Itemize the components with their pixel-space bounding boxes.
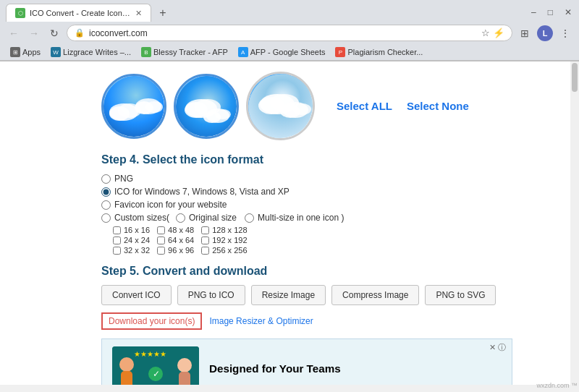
size-checkboxes: 16 x 16 24 x 24 32 x 32 xyxy=(113,226,512,255)
format-custom-label: Custom sizes( xyxy=(114,213,169,223)
maximize-button[interactable]: □ xyxy=(545,7,556,17)
size-col-1: 16 x 16 24 x 24 32 x 32 xyxy=(113,226,150,255)
left-space xyxy=(0,61,43,385)
size-256[interactable]: 256 x 256 xyxy=(201,246,247,255)
bookmark-blessy-label: Blessy Tracker - AFP xyxy=(153,48,228,56)
page-content: Select ALL Select None Step 4. Select th… xyxy=(87,61,527,385)
scrollbar-thumb[interactable] xyxy=(572,63,578,92)
format-png[interactable]: PNG xyxy=(101,174,512,184)
size-32[interactable]: 32 x 32 xyxy=(113,246,150,255)
svg-text:✓: ✓ xyxy=(153,369,160,379)
browser-actions: ⊞ L ⋮ xyxy=(517,25,573,41)
size-128[interactable]: 128 x 128 xyxy=(201,226,247,234)
extension-icon[interactable]: ⚡ xyxy=(493,27,504,38)
bookmark-afp[interactable]: A AFP - Google Sheets xyxy=(234,46,330,59)
menu-button[interactable]: ⋮ xyxy=(557,25,573,41)
navigation-bar: ← → ↻ 🔒 icoconvert.com ☆ ⚡ ⊞ L ⋮ xyxy=(0,22,579,44)
profile-button[interactable]: L xyxy=(537,25,553,41)
format-ico-label: ICO for Windows 7, Windows 8, Vista and … xyxy=(114,187,290,197)
back-button[interactable]: ← xyxy=(6,25,22,41)
format-ico[interactable]: ICO for Windows 7, Windows 8, Vista and … xyxy=(101,187,512,197)
ad-banner: ✕ ⓘ ★★★★★ ✓ xyxy=(101,338,512,385)
svg-rect-26 xyxy=(121,371,132,385)
afp-favicon: A xyxy=(238,47,248,57)
content-area: Select ALL Select None Step 4. Select th… xyxy=(87,61,527,385)
size-16[interactable]: 16 x 16 xyxy=(113,226,150,234)
bookmark-star-icon[interactable]: ☆ xyxy=(481,27,490,38)
svg-point-6 xyxy=(145,101,163,113)
address-bar[interactable]: 🔒 icoconvert.com ☆ ⚡ xyxy=(67,25,512,41)
bookmark-lizgrace-label: Lizgrace Writes –... xyxy=(63,48,131,56)
size-24[interactable]: 24 x 24 xyxy=(113,236,150,244)
step5-title: Step 5. Convert and download xyxy=(101,265,512,278)
step5-section: Step 5. Convert and download Convert ICO… xyxy=(101,265,512,330)
size-192[interactable]: 192 x 192 xyxy=(201,236,247,244)
extensions-button[interactable]: ⊞ xyxy=(517,25,533,41)
download-icons-link[interactable]: Download your icon(s) xyxy=(101,312,202,330)
tab-bar: ⬡ ICO Convert - Create Icons From ... ✕ … xyxy=(0,0,579,22)
wp-favicon: W xyxy=(51,47,61,57)
svg-point-20 xyxy=(292,103,311,115)
ad-close-button[interactable]: ✕ ⓘ xyxy=(489,342,506,353)
url-text: icoconvert.com xyxy=(89,28,477,38)
browser-chrome: ⬡ ICO Convert - Create Icons From ... ✕ … xyxy=(0,0,579,61)
multi-size-label: Multi-size in one icon ) xyxy=(258,213,344,223)
tab-title: ICO Convert - Create Icons From ... xyxy=(30,9,131,17)
image-option-3[interactable] xyxy=(246,72,315,140)
select-none-button[interactable]: Select None xyxy=(407,100,469,112)
size-48[interactable]: 48 x 48 xyxy=(157,226,194,234)
resize-image-button[interactable]: Resize Image xyxy=(251,285,326,305)
window-controls: – □ ✕ xyxy=(528,7,579,22)
image-option-1[interactable] xyxy=(101,74,166,139)
bookmark-apps[interactable]: ⊞ Apps xyxy=(6,46,45,59)
links-row: Download your icon(s) Image Resizer & Op… xyxy=(101,312,512,330)
plagiarism-favicon: P xyxy=(335,47,345,57)
close-button[interactable]: ✕ xyxy=(562,7,575,17)
format-favicon-label: Favicon icon for your website xyxy=(114,200,227,210)
scrollbar-area[interactable] xyxy=(570,61,579,385)
avatar: L xyxy=(537,25,553,41)
format-png-label: PNG xyxy=(114,174,133,184)
ad-text: Designed for Your Teams xyxy=(209,362,341,375)
tab-close-button[interactable]: ✕ xyxy=(135,9,142,18)
image-1-preview xyxy=(103,76,164,137)
active-tab[interactable]: ⬡ ICO Convert - Create Icons From ... ✕ xyxy=(6,4,151,22)
size-col-3: 128 x 128 192 x 192 256 x 256 xyxy=(201,226,247,255)
image-selector-section: Select ALL Select None xyxy=(101,69,512,143)
format-custom[interactable]: Custom sizes( Original size Multi-size i… xyxy=(101,213,512,223)
image-3-preview xyxy=(248,74,313,138)
svg-text:★★★★★: ★★★★★ xyxy=(134,350,166,358)
step4-title: Step 4. Select the icon format xyxy=(101,153,512,166)
compress-image-button[interactable]: Compress Image xyxy=(331,285,419,305)
watermark: wxzdn.com ™ xyxy=(536,382,578,389)
blessy-favicon: B xyxy=(141,47,151,57)
new-tab-button[interactable]: + xyxy=(154,4,172,22)
svg-rect-28 xyxy=(179,372,190,385)
reload-button[interactable]: ↻ xyxy=(46,25,62,41)
size-96[interactable]: 96 x 96 xyxy=(157,246,194,255)
forward-button[interactable]: → xyxy=(26,25,42,41)
convert-ico-button[interactable]: Convert ICO xyxy=(101,285,172,305)
svg-point-27 xyxy=(177,358,192,372)
step4-section: Step 4. Select the icon format PNG ICO f… xyxy=(101,153,512,255)
bookmark-plagiarism[interactable]: P Plagiarism Checker... xyxy=(331,46,427,59)
bookmark-afp-label: AFP - Google Sheets xyxy=(250,48,326,56)
svg-point-25 xyxy=(119,357,134,372)
image-option-2[interactable] xyxy=(174,74,239,139)
size-col-2: 48 x 48 64 x 64 96 x 96 xyxy=(157,226,194,255)
format-favicon[interactable]: Favicon icon for your website xyxy=(101,200,512,210)
page-wrapper: Select ALL Select None Step 4. Select th… xyxy=(0,61,579,385)
size-64[interactable]: 64 x 64 xyxy=(157,236,194,244)
image-2-preview xyxy=(176,76,237,137)
image-optimizer-link[interactable]: Image Resizer & Optimizer xyxy=(209,316,313,326)
png-to-ico-button[interactable]: PNG to ICO xyxy=(177,285,245,305)
bookmark-lizgrace[interactable]: W Lizgrace Writes –... xyxy=(46,46,135,59)
bookmark-blessy[interactable]: B Blessy Tracker - AFP xyxy=(137,46,232,59)
svg-point-13 xyxy=(215,109,231,119)
png-to-svg-button[interactable]: PNG to SVG xyxy=(425,285,496,305)
bookmark-plagiarism-label: Plagiarism Checker... xyxy=(347,48,423,56)
convert-buttons-row: Convert ICO PNG to ICO Resize Image Comp… xyxy=(101,285,512,305)
select-all-button[interactable]: Select ALL xyxy=(337,100,392,112)
minimize-button[interactable]: – xyxy=(528,7,539,17)
apps-favicon: ⊞ xyxy=(10,47,20,57)
